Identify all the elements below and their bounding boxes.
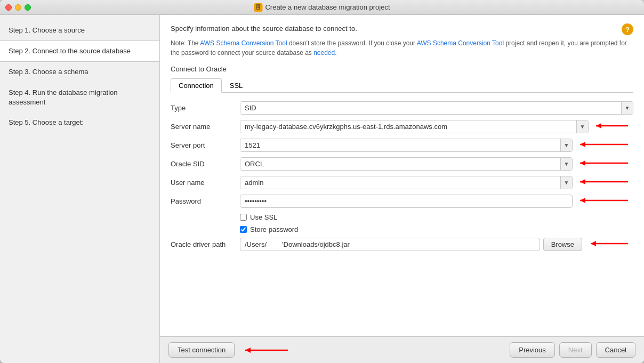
password-label: Password	[171, 197, 240, 205]
previous-button[interactable]: Previous	[510, 342, 555, 358]
password-input[interactable]	[240, 195, 573, 208]
titlebar: 🗄 Create a new database migration projec…	[0, 0, 644, 15]
store-password-label: Store password	[250, 225, 298, 233]
oracle-sid-label: Oracle SID	[171, 160, 240, 168]
server-port-dropdown-arrow[interactable]: ▼	[560, 139, 572, 151]
username-row: User name ▼	[171, 176, 633, 189]
next-button[interactable]: Next	[559, 342, 592, 358]
maximize-button[interactable]	[25, 4, 31, 11]
server-name-row: Server name ▼	[171, 120, 633, 133]
right-panel: ? Specify information about the source d…	[160, 15, 644, 363]
server-port-input[interactable]	[240, 139, 560, 151]
panel-body: ? Specify information about the source d…	[160, 15, 644, 336]
cancel-button[interactable]: Cancel	[596, 342, 635, 358]
svg-marker-13	[245, 348, 251, 353]
tab-connection[interactable]: Connection	[171, 78, 222, 93]
oracle-sid-dropdown-arrow[interactable]: ▼	[560, 158, 572, 170]
username-arrow	[575, 176, 633, 188]
type-dropdown-arrow[interactable]: ▼	[621, 102, 633, 114]
traffic-lights	[5, 4, 31, 11]
tab-ssl[interactable]: SSL	[222, 78, 251, 93]
store-password-checkbox[interactable]	[240, 226, 247, 233]
driver-path-row: Oracle driver path Browse	[171, 238, 633, 251]
username-field: ▼	[240, 176, 633, 189]
test-connection-arrow	[240, 344, 293, 356]
store-password-row: Store password	[240, 225, 633, 233]
driver-path-label: Oracle driver path	[171, 240, 240, 248]
server-port-arrow	[575, 139, 633, 150]
oracle-sid-row: Oracle SID ▼	[171, 157, 633, 171]
bottom-left: Test connection	[168, 342, 293, 358]
svg-marker-1	[596, 123, 601, 128]
main-window: 🗄 Create a new database migration projec…	[0, 0, 644, 363]
driver-path-field: Browse	[240, 238, 633, 251]
server-port-input-group[interactable]: ▼	[240, 139, 573, 152]
use-ssl-row: Use SSL	[240, 213, 633, 221]
username-input[interactable]	[240, 176, 560, 189]
svg-marker-9	[580, 198, 585, 203]
help-icon[interactable]: ?	[622, 23, 633, 35]
sidebar-item-step4[interactable]: Step 4. Run the database migration asses…	[0, 83, 159, 112]
title-icon: 🗄	[254, 3, 262, 12]
sidebar-item-step5[interactable]: Step 5. Choose a target:	[0, 112, 159, 133]
sidebar-item-step3[interactable]: Step 3. Choose a schema	[0, 62, 159, 82]
note-text: Note: The AWS Schema Conversion Tool doe…	[171, 38, 633, 58]
server-name-arrow	[591, 120, 633, 132]
sidebar-item-step1[interactable]: Step 1. Choose a source	[0, 20, 159, 41]
window-title: 🗄 Create a new database migration projec…	[254, 3, 390, 12]
password-arrow	[575, 195, 633, 206]
server-name-input[interactable]	[240, 120, 576, 133]
type-row: Type ▼	[171, 101, 633, 115]
close-button[interactable]	[5, 4, 12, 11]
server-port-row: Server port ▼	[171, 139, 633, 152]
type-field: ▼	[240, 101, 633, 115]
oracle-sid-input-group[interactable]: ▼	[240, 157, 573, 171]
password-row: Password	[171, 195, 633, 208]
type-dropdown[interactable]: ▼	[240, 101, 633, 115]
oracle-sid-input[interactable]	[240, 158, 560, 170]
server-name-field: ▼	[240, 120, 633, 133]
server-name-label: Server name	[171, 123, 240, 131]
svg-marker-3	[580, 142, 585, 147]
svg-marker-11	[591, 241, 596, 246]
bottom-bar: Test connection Previous Next Cancel	[160, 336, 644, 363]
browse-button[interactable]: Browse	[543, 238, 582, 251]
svg-marker-7	[580, 179, 585, 184]
use-ssl-label: Use SSL	[250, 213, 277, 221]
driver-path-input[interactable]	[240, 238, 540, 251]
oracle-sid-field: ▼	[240, 157, 633, 171]
server-port-label: Server port	[171, 141, 240, 149]
tabs: Connection SSL	[171, 78, 633, 93]
bottom-right: Previous Next Cancel	[510, 342, 635, 358]
username-dropdown-arrow[interactable]: ▼	[560, 176, 572, 189]
main-content: Step 1. Choose a source Step 2. Connect …	[0, 15, 644, 363]
section-title: Connect to Oracle	[171, 65, 633, 73]
sidebar: Step 1. Choose a source Step 2. Connect …	[0, 15, 160, 363]
username-input-group[interactable]: ▼	[240, 176, 573, 189]
password-field	[240, 195, 633, 208]
username-label: User name	[171, 179, 240, 187]
minimize-button[interactable]	[15, 4, 21, 11]
description-text: Specify information about the source dat…	[171, 23, 633, 34]
type-input[interactable]	[240, 102, 621, 114]
server-port-field: ▼	[240, 139, 633, 152]
test-connection-button[interactable]: Test connection	[168, 342, 235, 358]
svg-marker-5	[580, 160, 585, 166]
oracle-sid-arrow	[575, 157, 633, 169]
type-label: Type	[171, 104, 240, 112]
sidebar-item-step2[interactable]: Step 2. Connect to the source database	[0, 41, 159, 62]
driver-path-arrow	[585, 238, 633, 249]
server-name-input-group[interactable]: ▼	[240, 120, 589, 133]
use-ssl-checkbox[interactable]	[240, 214, 247, 221]
server-name-dropdown-arrow[interactable]: ▼	[576, 120, 588, 133]
